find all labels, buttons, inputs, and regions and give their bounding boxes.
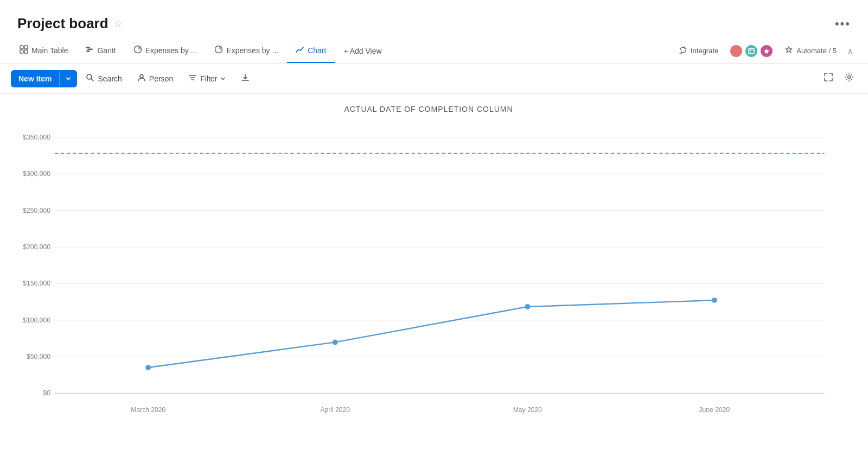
chart-icon bbox=[296, 45, 304, 55]
svg-point-12 bbox=[87, 74, 92, 79]
svg-text:May 2020: May 2020 bbox=[513, 406, 542, 414]
svg-text:$50,000: $50,000 bbox=[27, 353, 50, 360]
svg-text:$0: $0 bbox=[43, 390, 50, 397]
download-button[interactable] bbox=[234, 69, 256, 87]
svg-point-18 bbox=[848, 76, 851, 79]
tab-gantt-label: Gantt bbox=[97, 46, 116, 55]
tab-expenses1-label: Expenses by ... bbox=[145, 46, 197, 55]
integrate-label: Integrate bbox=[691, 47, 718, 55]
tabs-left: Main Table Gantt Expenses by ... bbox=[11, 39, 391, 63]
svg-text:$250,000: $250,000 bbox=[23, 207, 50, 214]
page-title: Project board bbox=[17, 15, 108, 32]
svg-text:June 2020: June 2020 bbox=[699, 406, 730, 414]
svg-text:$350,000: $350,000 bbox=[23, 134, 50, 141]
new-item-label: New Item bbox=[11, 70, 59, 87]
search-button[interactable]: Search bbox=[79, 69, 128, 87]
toolbar-right bbox=[820, 69, 857, 88]
gantt-icon bbox=[85, 45, 94, 55]
data-point-april bbox=[333, 339, 338, 345]
avatar-3 bbox=[760, 44, 774, 58]
header-left: Project board ☆ bbox=[17, 15, 123, 32]
chart-area: ACTUAL DATE OF COMPLETION COLUMN $0 $50,… bbox=[0, 94, 868, 439]
automate-label: Automate / 5 bbox=[796, 47, 837, 55]
data-point-march bbox=[145, 365, 151, 370]
filter-label: Filter bbox=[200, 74, 217, 83]
expenses1-icon bbox=[133, 45, 142, 55]
avatar-2 bbox=[744, 44, 758, 58]
svg-rect-1 bbox=[24, 46, 28, 49]
tab-main-table-label: Main Table bbox=[31, 46, 68, 55]
person-label: Person bbox=[149, 74, 173, 83]
svg-text:$200,000: $200,000 bbox=[23, 243, 50, 251]
automate-button[interactable]: Automate / 5 bbox=[780, 43, 841, 58]
svg-line-13 bbox=[92, 79, 94, 81]
filter-icon bbox=[188, 73, 197, 84]
tabs-bar: Main Table Gantt Expenses by ... bbox=[0, 39, 868, 64]
integrate-button[interactable]: Integrate bbox=[674, 43, 723, 58]
svg-text:$300,000: $300,000 bbox=[23, 170, 50, 178]
svg-text:$100,000: $100,000 bbox=[23, 316, 50, 324]
search-label: Search bbox=[98, 74, 122, 83]
header-right: ••• bbox=[835, 17, 851, 31]
tab-chart[interactable]: Chart bbox=[287, 39, 335, 63]
collapse-icon[interactable]: ∧ bbox=[847, 47, 853, 55]
tab-expenses-2[interactable]: Expenses by ... bbox=[206, 39, 287, 63]
settings-icon[interactable] bbox=[841, 69, 857, 88]
chart-line bbox=[148, 300, 714, 368]
chart-title: ACTUAL DATE OF COMPLETION COLUMN bbox=[11, 105, 846, 113]
avatar-1 bbox=[729, 44, 743, 58]
svg-text:April 2020: April 2020 bbox=[320, 406, 350, 414]
page-header: Project board ☆ ••• bbox=[0, 0, 868, 39]
svg-rect-6 bbox=[86, 50, 90, 52]
data-point-may bbox=[525, 304, 530, 309]
toolbar: New Item Search Person bbox=[0, 64, 868, 94]
data-point-june bbox=[712, 297, 717, 303]
svg-text:$150,000: $150,000 bbox=[23, 280, 50, 287]
tab-expenses-1[interactable]: Expenses by ... bbox=[125, 39, 206, 63]
svg-rect-0 bbox=[20, 46, 23, 49]
svg-rect-4 bbox=[86, 47, 90, 48]
automate-icon bbox=[784, 46, 793, 56]
tab-chart-label: Chart bbox=[308, 46, 326, 55]
person-icon bbox=[137, 73, 146, 84]
more-options-icon[interactable]: ••• bbox=[835, 17, 851, 31]
tab-expenses2-label: Expenses by ... bbox=[226, 46, 278, 55]
new-item-button[interactable]: New Item bbox=[11, 70, 77, 87]
svg-rect-2 bbox=[20, 50, 23, 53]
svg-text:March 2020: March 2020 bbox=[131, 406, 165, 414]
search-icon bbox=[86, 73, 94, 84]
chart-container: $0 $50,000 $100,000 $150,000 $200,000 $2… bbox=[11, 124, 846, 426]
tab-main-table[interactable]: Main Table bbox=[11, 39, 76, 63]
integrate-icon bbox=[679, 46, 687, 56]
download-icon bbox=[241, 73, 250, 84]
avatar-group bbox=[729, 44, 774, 58]
favorite-icon[interactable]: ☆ bbox=[114, 18, 123, 30]
filter-dropdown-arrow[interactable] bbox=[220, 74, 226, 83]
line-chart: $0 $50,000 $100,000 $150,000 $200,000 $2… bbox=[11, 124, 846, 426]
expand-icon[interactable] bbox=[820, 69, 837, 88]
main-table-icon bbox=[20, 45, 28, 55]
add-view-label: + Add View bbox=[343, 47, 381, 55]
filter-button[interactable]: Filter bbox=[182, 69, 232, 87]
svg-point-14 bbox=[140, 75, 143, 78]
svg-rect-9 bbox=[749, 48, 754, 54]
add-view-button[interactable]: + Add View bbox=[335, 40, 390, 62]
tabs-right: Integrate Auto bbox=[674, 43, 857, 58]
svg-rect-5 bbox=[87, 49, 93, 50]
tab-gantt[interactable]: Gantt bbox=[76, 39, 124, 63]
expenses2-icon bbox=[214, 45, 223, 55]
person-button[interactable]: Person bbox=[131, 69, 180, 87]
new-item-dropdown-arrow[interactable] bbox=[59, 71, 77, 86]
svg-rect-3 bbox=[24, 50, 28, 53]
